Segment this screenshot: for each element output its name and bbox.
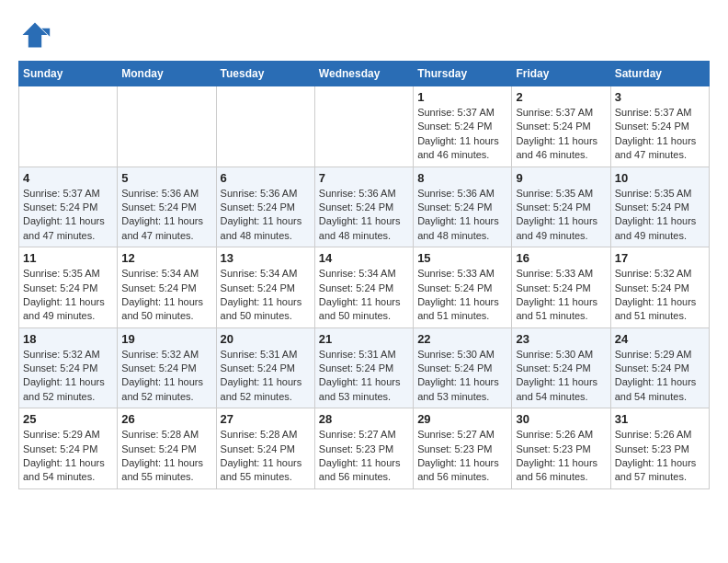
calendar-cell: 3 Sunrise: 5:37 AMSunset: 5:24 PMDayligh… — [610, 86, 709, 167]
day-info: Sunrise: 5:35 AMSunset: 5:24 PMDaylight:… — [23, 267, 113, 324]
calendar-cell: 21 Sunrise: 5:31 AMSunset: 5:24 PMDaylig… — [314, 327, 413, 408]
calendar-cell: 28 Sunrise: 5:27 AMSunset: 5:23 PMDaylig… — [314, 408, 413, 489]
day-number: 7 — [319, 171, 409, 185]
day-number: 11 — [23, 251, 113, 265]
day-number: 4 — [23, 171, 113, 185]
calendar-cell: 6 Sunrise: 5:36 AMSunset: 5:24 PMDayligh… — [216, 167, 314, 247]
calendar-cell: 14 Sunrise: 5:34 AMSunset: 5:24 PMDaylig… — [314, 247, 413, 328]
day-info: Sunrise: 5:37 AMSunset: 5:24 PMDaylight:… — [417, 106, 507, 163]
day-info: Sunrise: 5:36 AMSunset: 5:24 PMDaylight:… — [221, 187, 311, 244]
calendar-cell: 24 Sunrise: 5:29 AMSunset: 5:24 PMDaylig… — [610, 327, 709, 408]
calendar-cell: 18 Sunrise: 5:32 AMSunset: 5:24 PMDaylig… — [19, 327, 118, 408]
day-info: Sunrise: 5:27 AMSunset: 5:23 PMDaylight:… — [417, 428, 507, 485]
day-number: 5 — [121, 171, 211, 185]
day-number: 3 — [615, 90, 705, 104]
calendar-cell: 5 Sunrise: 5:36 AMSunset: 5:24 PMDayligh… — [118, 167, 216, 247]
day-info: Sunrise: 5:34 AMSunset: 5:24 PMDaylight:… — [221, 267, 311, 324]
day-number: 15 — [417, 251, 507, 265]
day-info: Sunrise: 5:29 AMSunset: 5:24 PMDaylight:… — [23, 428, 113, 485]
day-number: 20 — [221, 332, 311, 346]
day-info: Sunrise: 5:32 AMSunset: 5:24 PMDaylight:… — [121, 348, 211, 405]
day-info: Sunrise: 5:36 AMSunset: 5:24 PMDaylight:… — [319, 187, 409, 244]
day-info: Sunrise: 5:37 AMSunset: 5:24 PMDaylight:… — [516, 106, 606, 163]
calendar-cell — [118, 86, 216, 167]
day-header: Monday — [118, 62, 216, 86]
day-info: Sunrise: 5:32 AMSunset: 5:24 PMDaylight:… — [615, 267, 705, 324]
calendar-cell: 30 Sunrise: 5:26 AMSunset: 5:23 PMDaylig… — [512, 408, 610, 489]
day-info: Sunrise: 5:30 AMSunset: 5:24 PMDaylight:… — [417, 348, 507, 405]
week-row: 4 Sunrise: 5:37 AMSunset: 5:24 PMDayligh… — [19, 167, 710, 247]
page-header — [18, 18, 710, 52]
day-number: 19 — [121, 332, 211, 346]
day-number: 29 — [417, 412, 507, 426]
day-info: Sunrise: 5:30 AMSunset: 5:24 PMDaylight:… — [516, 348, 606, 405]
day-number: 17 — [615, 251, 705, 265]
day-number: 2 — [516, 90, 606, 104]
calendar-cell: 10 Sunrise: 5:35 AMSunset: 5:24 PMDaylig… — [610, 167, 709, 247]
day-info: Sunrise: 5:33 AMSunset: 5:24 PMDaylight:… — [417, 267, 507, 324]
day-info: Sunrise: 5:37 AMSunset: 5:24 PMDaylight:… — [615, 106, 705, 163]
day-number: 30 — [516, 412, 606, 426]
day-number: 18 — [23, 332, 113, 346]
day-info: Sunrise: 5:34 AMSunset: 5:24 PMDaylight:… — [319, 267, 409, 324]
calendar-cell: 11 Sunrise: 5:35 AMSunset: 5:24 PMDaylig… — [19, 247, 118, 328]
calendar-cell: 26 Sunrise: 5:28 AMSunset: 5:24 PMDaylig… — [118, 408, 216, 489]
day-info: Sunrise: 5:32 AMSunset: 5:24 PMDaylight:… — [23, 348, 113, 405]
day-info: Sunrise: 5:28 AMSunset: 5:24 PMDaylight:… — [221, 428, 311, 485]
day-number: 12 — [121, 251, 211, 265]
calendar-cell: 4 Sunrise: 5:37 AMSunset: 5:24 PMDayligh… — [19, 167, 118, 247]
calendar-table: SundayMondayTuesdayWednesdayThursdayFrid… — [18, 61, 710, 489]
calendar-cell: 8 Sunrise: 5:36 AMSunset: 5:24 PMDayligh… — [414, 167, 512, 247]
day-info: Sunrise: 5:35 AMSunset: 5:24 PMDaylight:… — [516, 187, 606, 244]
day-info: Sunrise: 5:35 AMSunset: 5:24 PMDaylight:… — [615, 187, 705, 244]
day-info: Sunrise: 5:26 AMSunset: 5:23 PMDaylight:… — [516, 428, 606, 485]
calendar-cell: 20 Sunrise: 5:31 AMSunset: 5:24 PMDaylig… — [216, 327, 314, 408]
week-row: 25 Sunrise: 5:29 AMSunset: 5:24 PMDaylig… — [19, 408, 710, 489]
day-header: Wednesday — [314, 62, 413, 86]
calendar-cell: 9 Sunrise: 5:35 AMSunset: 5:24 PMDayligh… — [512, 167, 610, 247]
calendar-cell: 29 Sunrise: 5:27 AMSunset: 5:23 PMDaylig… — [414, 408, 512, 489]
day-info: Sunrise: 5:36 AMSunset: 5:24 PMDaylight:… — [121, 187, 211, 244]
calendar-cell: 19 Sunrise: 5:32 AMSunset: 5:24 PMDaylig… — [118, 327, 216, 408]
calendar-cell: 12 Sunrise: 5:34 AMSunset: 5:24 PMDaylig… — [118, 247, 216, 328]
day-info: Sunrise: 5:34 AMSunset: 5:24 PMDaylight:… — [121, 267, 211, 324]
calendar-cell: 22 Sunrise: 5:30 AMSunset: 5:24 PMDaylig… — [414, 327, 512, 408]
day-info: Sunrise: 5:33 AMSunset: 5:24 PMDaylight:… — [516, 267, 606, 324]
day-number: 26 — [121, 412, 211, 426]
week-row: 1 Sunrise: 5:37 AMSunset: 5:24 PMDayligh… — [19, 86, 710, 167]
day-number: 9 — [516, 171, 606, 185]
logo — [18, 18, 57, 52]
calendar-cell — [314, 86, 413, 167]
calendar-cell: 25 Sunrise: 5:29 AMSunset: 5:24 PMDaylig… — [19, 408, 118, 489]
day-info: Sunrise: 5:31 AMSunset: 5:24 PMDaylight:… — [221, 348, 311, 405]
calendar-cell — [19, 86, 118, 167]
day-info: Sunrise: 5:27 AMSunset: 5:23 PMDaylight:… — [319, 428, 409, 485]
calendar-cell: 31 Sunrise: 5:26 AMSunset: 5:23 PMDaylig… — [610, 408, 709, 489]
day-number: 21 — [319, 332, 409, 346]
day-info: Sunrise: 5:36 AMSunset: 5:24 PMDaylight:… — [417, 187, 507, 244]
day-info: Sunrise: 5:31 AMSunset: 5:24 PMDaylight:… — [319, 348, 409, 405]
calendar-cell: 2 Sunrise: 5:37 AMSunset: 5:24 PMDayligh… — [512, 86, 610, 167]
day-header: Saturday — [610, 62, 709, 86]
day-info: Sunrise: 5:28 AMSunset: 5:24 PMDaylight:… — [121, 428, 211, 485]
day-number: 31 — [615, 412, 705, 426]
svg-marker-0 — [23, 23, 48, 48]
day-header: Tuesday — [216, 62, 314, 86]
day-number: 23 — [516, 332, 606, 346]
day-number: 1 — [417, 90, 507, 104]
calendar-cell: 17 Sunrise: 5:32 AMSunset: 5:24 PMDaylig… — [610, 247, 709, 328]
day-number: 27 — [221, 412, 311, 426]
day-number: 8 — [417, 171, 507, 185]
day-number: 25 — [23, 412, 113, 426]
header-row: SundayMondayTuesdayWednesdayThursdayFrid… — [19, 62, 710, 86]
calendar-cell: 1 Sunrise: 5:37 AMSunset: 5:24 PMDayligh… — [414, 86, 512, 167]
day-number: 14 — [319, 251, 409, 265]
calendar-cell: 13 Sunrise: 5:34 AMSunset: 5:24 PMDaylig… — [216, 247, 314, 328]
logo-icon — [18, 18, 51, 52]
week-row: 11 Sunrise: 5:35 AMSunset: 5:24 PMDaylig… — [19, 247, 710, 328]
calendar-cell — [216, 86, 314, 167]
day-info: Sunrise: 5:26 AMSunset: 5:23 PMDaylight:… — [615, 428, 705, 485]
week-row: 18 Sunrise: 5:32 AMSunset: 5:24 PMDaylig… — [19, 327, 710, 408]
day-header: Friday — [512, 62, 610, 86]
day-number: 6 — [221, 171, 311, 185]
